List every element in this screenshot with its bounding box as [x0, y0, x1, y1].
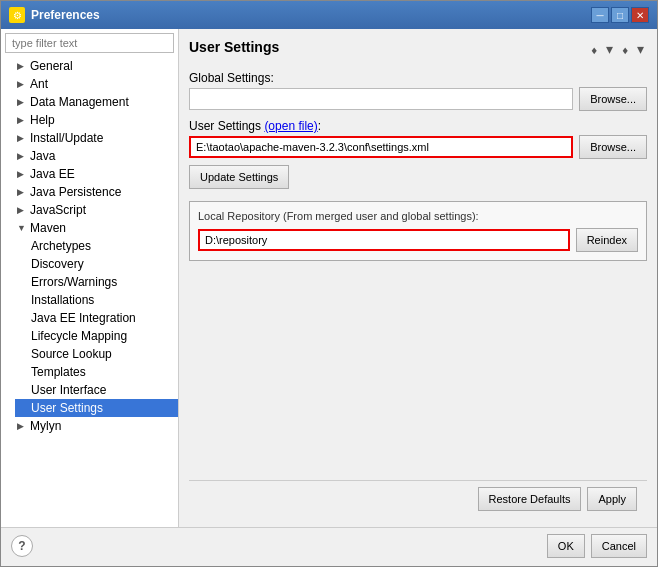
expand-arrow: ▶: [17, 421, 27, 431]
user-settings-text: User Settings: [189, 119, 264, 133]
sidebar-item-label: Installations: [31, 293, 94, 307]
nav-dropdown-back[interactable]: ▾: [603, 40, 616, 58]
nav-arrows: ⬧ ▾ ⬧ ▾: [587, 40, 647, 58]
global-settings-input[interactable]: [189, 88, 573, 110]
global-settings-section: Global Settings: Browse...: [189, 71, 647, 111]
maven-children: Archetypes Discovery Errors/Warnings Ins…: [1, 237, 178, 417]
sidebar-item-label: Help: [30, 113, 55, 127]
sidebar-item-installations[interactable]: Installations: [15, 291, 178, 309]
tree-scroll[interactable]: ▶ General ▶ Ant ▶ Data Management ▶ Help: [1, 57, 178, 527]
sidebar-item-java-ee-integration[interactable]: Java EE Integration: [15, 309, 178, 327]
content-area: ▶ General ▶ Ant ▶ Data Management ▶ Help: [1, 29, 657, 527]
help-button[interactable]: ?: [11, 535, 33, 557]
nav-dropdown-forward[interactable]: ▾: [634, 40, 647, 58]
expand-arrow: ▶: [17, 115, 27, 125]
expand-arrow: ▼: [17, 223, 27, 233]
sidebar-item-java[interactable]: ▶ Java: [1, 147, 178, 165]
sidebar-item-data-management[interactable]: ▶ Data Management: [1, 93, 178, 111]
sidebar-item-help[interactable]: ▶ Help: [1, 111, 178, 129]
sidebar-item-label: Java: [30, 149, 55, 163]
title-bar-left: ⚙ Preferences: [9, 7, 100, 23]
preferences-icon: ⚙: [9, 7, 25, 23]
expand-arrow: ▶: [17, 61, 27, 71]
sidebar-item-archetypes[interactable]: Archetypes: [15, 237, 178, 255]
expand-arrow: ▶: [17, 79, 27, 89]
restore-defaults-button[interactable]: Restore Defaults: [478, 487, 582, 511]
sidebar-item-java-persistence[interactable]: ▶ Java Persistence: [1, 183, 178, 201]
sidebar-item-user-settings[interactable]: User Settings: [15, 399, 178, 417]
sidebar-item-source-lookup[interactable]: Source Lookup: [15, 345, 178, 363]
back-button[interactable]: ⬧: [587, 40, 601, 58]
sidebar-item-label: Mylyn: [30, 419, 61, 433]
sidebar-item-label: Source Lookup: [31, 347, 112, 361]
maximize-button[interactable]: □: [611, 7, 629, 23]
right-panel: User Settings ⬧ ▾ ⬧ ▾ Global Settings: B…: [179, 29, 657, 527]
global-settings-row: Browse...: [189, 87, 647, 111]
user-settings-section: User Settings (open file): Browse... Upd…: [189, 119, 647, 189]
sidebar-item-label: Errors/Warnings: [31, 275, 117, 289]
sidebar-item-label: Maven: [30, 221, 66, 235]
sidebar-item-label: User Settings: [31, 401, 103, 415]
user-settings-label: User Settings (open file):: [189, 119, 647, 133]
sidebar-item-label: Ant: [30, 77, 48, 91]
expand-arrow: ▶: [17, 169, 27, 179]
sidebar-item-label: Java EE Integration: [31, 311, 136, 325]
expand-arrow: ▶: [17, 97, 27, 107]
expand-arrow: ▶: [17, 151, 27, 161]
user-settings-colon: :: [318, 119, 321, 133]
apply-button[interactable]: Apply: [587, 487, 637, 511]
local-repo-input[interactable]: [198, 229, 570, 251]
sidebar-item-user-interface[interactable]: User Interface: [15, 381, 178, 399]
sidebar-item-ant[interactable]: ▶ Ant: [1, 75, 178, 93]
user-browse-button[interactable]: Browse...: [579, 135, 647, 159]
right-header: User Settings ⬧ ▾ ⬧ ▾: [189, 39, 647, 59]
left-panel: ▶ General ▶ Ant ▶ Data Management ▶ Help: [1, 29, 179, 527]
sidebar-item-label: Lifecycle Mapping: [31, 329, 127, 343]
restore-apply-bar: Restore Defaults Apply: [189, 480, 647, 517]
spacer: [189, 269, 647, 472]
sidebar-item-label: Java Persistence: [30, 185, 121, 199]
sidebar-item-mylyn[interactable]: ▶ Mylyn: [1, 417, 178, 435]
close-button[interactable]: ✕: [631, 7, 649, 23]
expand-arrow: ▶: [17, 205, 27, 215]
sidebar-item-label: Data Management: [30, 95, 129, 109]
preferences-dialog: ⚙ Preferences ─ □ ✕ ▶ General ▶ Ant: [0, 0, 658, 567]
sidebar-item-label: Discovery: [31, 257, 84, 271]
forward-button[interactable]: ⬧: [618, 40, 632, 58]
ok-button[interactable]: OK: [547, 534, 585, 558]
sidebar-item-javascript[interactable]: ▶ JavaScript: [1, 201, 178, 219]
filter-input[interactable]: [5, 33, 174, 53]
dialog-title: Preferences: [31, 8, 100, 22]
sidebar-item-lifecycle-mapping[interactable]: Lifecycle Mapping: [15, 327, 178, 345]
global-browse-button[interactable]: Browse...: [579, 87, 647, 111]
user-settings-input[interactable]: [189, 136, 573, 158]
sidebar-item-general[interactable]: ▶ General: [1, 57, 178, 75]
sidebar-item-discovery[interactable]: Discovery: [15, 255, 178, 273]
panel-title: User Settings: [189, 39, 279, 55]
title-bar: ⚙ Preferences ─ □ ✕: [1, 1, 657, 29]
local-repo-title: Local Repository (From merged user and g…: [198, 210, 638, 222]
minimize-button[interactable]: ─: [591, 7, 609, 23]
global-settings-label: Global Settings:: [189, 71, 647, 85]
window-controls: ─ □ ✕: [591, 7, 649, 23]
cancel-button[interactable]: Cancel: [591, 534, 647, 558]
sidebar-item-install-update[interactable]: ▶ Install/Update: [1, 129, 178, 147]
expand-arrow: ▶: [17, 133, 27, 143]
sidebar-item-java-ee[interactable]: ▶ Java EE: [1, 165, 178, 183]
local-repo-group: Local Repository (From merged user and g…: [189, 201, 647, 261]
sidebar-item-maven[interactable]: ▼ Maven: [1, 219, 178, 237]
sidebar-item-label: User Interface: [31, 383, 106, 397]
expand-arrow: ▶: [17, 187, 27, 197]
sidebar-item-errors-warnings[interactable]: Errors/Warnings: [15, 273, 178, 291]
sidebar-item-label: Install/Update: [30, 131, 103, 145]
sidebar-item-label: General: [30, 59, 73, 73]
sidebar-item-label: Archetypes: [31, 239, 91, 253]
open-file-link[interactable]: (open file): [264, 119, 317, 133]
sidebar-item-label: Java EE: [30, 167, 75, 181]
dialog-footer: ? OK Cancel: [1, 527, 657, 566]
user-settings-row: Browse...: [189, 135, 647, 159]
update-settings-button[interactable]: Update Settings: [189, 165, 289, 189]
sidebar-item-templates[interactable]: Templates: [15, 363, 178, 381]
sidebar-item-label: Templates: [31, 365, 86, 379]
reindex-button[interactable]: Reindex: [576, 228, 638, 252]
